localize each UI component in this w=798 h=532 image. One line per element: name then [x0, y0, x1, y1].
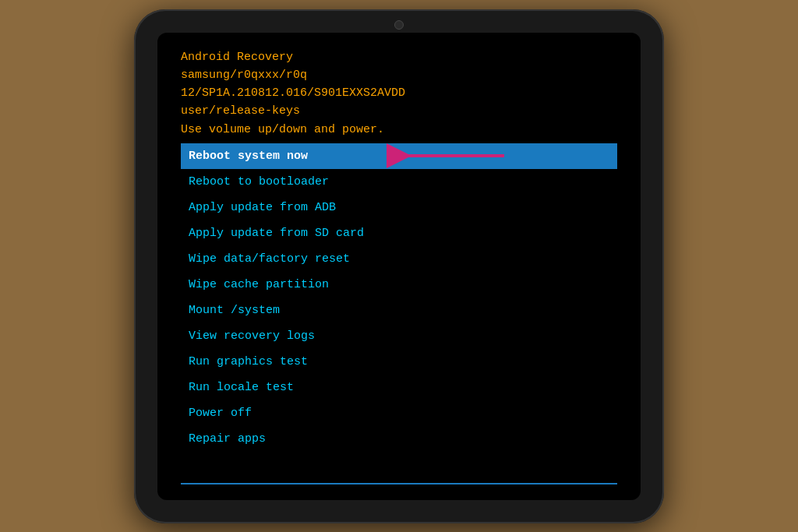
phone-device: Android Recovery samsung/r0qxxx/r0q 12/S… — [134, 9, 664, 523]
menu-item-apply-adb[interactable]: Apply update from ADB — [181, 195, 617, 220]
menu-item-apply-sd[interactable]: Apply update from SD card — [181, 220, 617, 246]
bottom-divider — [181, 483, 617, 484]
phone-screen: Android Recovery samsung/r0qxxx/r0q 12/S… — [157, 33, 641, 500]
menu-item-run-locale[interactable]: Run locale test — [181, 375, 617, 400]
header-line3: 12/SP1A.210812.016/S901EXXS2AVDD — [181, 84, 617, 102]
recovery-header: Android Recovery samsung/r0qxxx/r0q 12/S… — [181, 48, 617, 139]
menu-item-wipe-data[interactable]: Wipe data/factory reset — [181, 246, 617, 272]
header-line5: Use volume up/down and power. — [181, 121, 617, 139]
menu-item-repair-apps[interactable]: Repair apps — [181, 426, 617, 452]
menu-item-power-off[interactable]: Power off — [181, 400, 617, 426]
phone-camera — [394, 20, 404, 30]
selection-arrow-icon — [383, 142, 508, 170]
menu-item-reboot-system[interactable]: Reboot system now — [181, 143, 617, 169]
menu-item-mount-system[interactable]: Mount /system — [181, 298, 617, 323]
header-line1: Android Recovery — [181, 48, 617, 66]
menu-item-view-recovery[interactable]: View recovery logs — [181, 323, 617, 349]
menu-item-run-graphics[interactable]: Run graphics test — [181, 349, 617, 375]
header-line4: user/release-keys — [181, 102, 617, 120]
recovery-menu: Reboot system now Reboot to bootloader A… — [181, 143, 617, 452]
menu-item-wipe-cache[interactable]: Wipe cache partition — [181, 272, 617, 298]
header-line2: samsung/r0qxxx/r0q — [181, 66, 617, 84]
menu-item-reboot-bootloader[interactable]: Reboot to bootloader — [181, 169, 617, 195]
